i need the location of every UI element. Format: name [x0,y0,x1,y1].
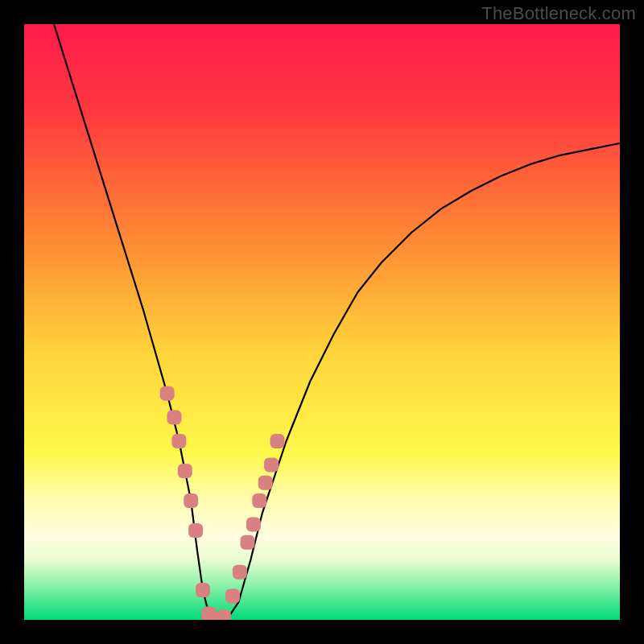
curve-layer [24,24,620,620]
watermark-text: TheBottleneck.com [481,3,636,24]
chart-frame: TheBottleneck.com [0,0,644,644]
